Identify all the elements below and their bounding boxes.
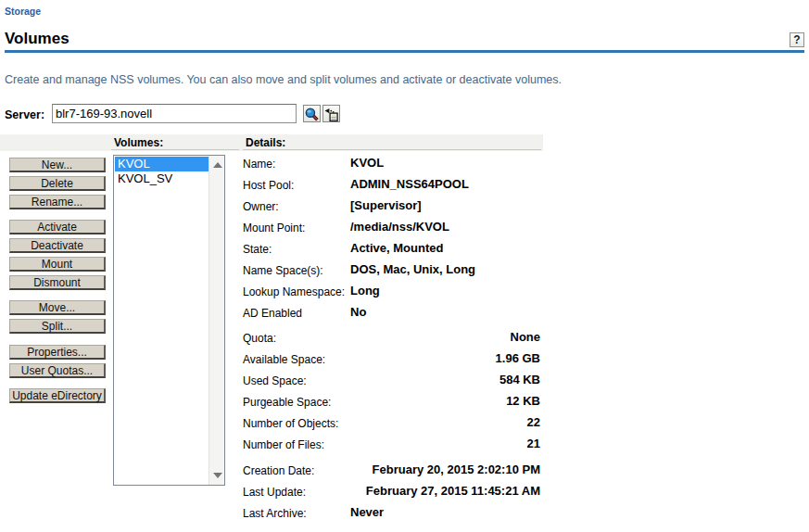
detail-row-mount-point: Mount Point: /media/nss/KVOL [243, 220, 540, 236]
detail-value: /media/nss/KVOL [350, 220, 449, 234]
detail-label: Creation Date: [243, 464, 314, 477]
detail-row-quota: Quota: None [243, 330, 540, 347]
detail-label: Host Pool: [243, 179, 294, 192]
detail-value: [Supervisor] [350, 198, 422, 212]
move-button[interactable]: Move... [9, 300, 106, 315]
magnifier-icon [305, 108, 319, 121]
detail-value: February 20, 2015 2:02:10 PM [373, 462, 540, 476]
detail-row-used-space: Used Space: 584 KB [243, 373, 540, 389]
new-button[interactable]: New... [9, 158, 106, 172]
breadcrumb-storage-link[interactable]: Storage [5, 6, 41, 17]
detail-label: Used Space: [243, 374, 307, 387]
details-header-rule [243, 149, 541, 150]
details-column-header: Details: [246, 136, 285, 149]
detail-value: 22 [527, 415, 540, 429]
mount-button[interactable]: Mount [9, 257, 106, 272]
detail-label: Name Space(s): [243, 264, 323, 277]
detail-value: February 27, 2015 11:45:21 AM [366, 484, 540, 498]
update-edirectory-button[interactable]: Update eDirectory [9, 388, 106, 403]
activate-button[interactable]: Activate [9, 220, 106, 234]
detail-value: No [350, 305, 366, 319]
detail-label: Available Space: [243, 353, 325, 366]
detail-label: Owner: [243, 200, 279, 213]
title-rule [5, 50, 804, 53]
volume-listbox: KVOL KVOL_SV [113, 155, 225, 486]
deactivate-button[interactable]: Deactivate [9, 238, 106, 253]
rename-button[interactable]: Rename... [9, 195, 106, 209]
detail-value: 1.96 GB [496, 351, 540, 365]
detail-value: 21 [527, 437, 540, 450]
detail-value: DOS, Mac, Unix, Long [350, 262, 475, 276]
detail-row-number-of-objects: Number of Objects: 22 [243, 415, 540, 432]
detail-row-creation-date: Creation Date: February 20, 2015 2:02:10… [243, 462, 540, 479]
detail-value: Never [350, 505, 384, 519]
volume-item-kvol[interactable]: KVOL [115, 157, 209, 171]
split-button[interactable]: Split... [9, 319, 106, 334]
detail-value: 12 KB [506, 394, 540, 408]
detail-value: ADMIN_NSS64POOL [350, 177, 469, 191]
detail-row-state: State: Active, Mounted [243, 241, 540, 258]
help-button[interactable]: ? [790, 32, 804, 47]
volumes-page: Storage Volumes ? Create and manage NSS … [0, 0, 809, 532]
detail-row-lookup-namespace: Lookup Namespace: Long [243, 284, 540, 300]
volumes-column-header: Volumes: [114, 136, 163, 149]
volume-item-kvol-sv[interactable]: KVOL_SV [115, 171, 209, 186]
detail-value: KVOL [350, 156, 384, 170]
detail-row-ad-enabled: AD Enabled No [243, 305, 540, 322]
detail-label: Quota: [243, 332, 276, 345]
detail-row-name-spaces: Name Space(s): DOS, Mac, Unix, Long [243, 262, 540, 279]
detail-label: Last Update: [243, 486, 306, 499]
object-history-button[interactable] [322, 105, 340, 122]
volume-list-scrollbar[interactable] [209, 156, 224, 485]
object-selector-button[interactable] [303, 105, 321, 122]
detail-label: AD Enabled [243, 307, 302, 320]
detail-label: Name: [243, 158, 275, 171]
detail-value: Active, Mounted [350, 241, 443, 255]
detail-row-last-update: Last Update: February 27, 2015 11:45:21 … [243, 484, 540, 500]
detail-row-purgeable-space: Purgeable Space: 12 KB [243, 394, 540, 411]
dismount-button[interactable]: Dismount [9, 275, 106, 290]
user-quotas-button[interactable]: User Quotas... [9, 363, 106, 378]
volume-items: KVOL KVOL_SV [115, 157, 209, 186]
scroll-up-icon[interactable] [213, 162, 222, 168]
detail-row-owner: Owner: [Supervisor] [243, 198, 540, 215]
detail-value: 584 KB [499, 373, 540, 386]
detail-label: Number of Objects: [243, 417, 338, 430]
properties-button[interactable]: Properties... [9, 345, 106, 360]
detail-label: Number of Files: [243, 438, 324, 451]
scroll-down-icon[interactable] [213, 473, 222, 478]
detail-value: None [511, 330, 541, 344]
detail-row-available-space: Available Space: 1.96 GB [243, 351, 540, 368]
detail-label: Mount Point: [243, 222, 305, 234]
detail-value: Long [350, 284, 380, 298]
detail-label: Last Archive: [243, 507, 307, 520]
detail-row-number-of-files: Number of Files: 21 [243, 437, 540, 453]
detail-label: Lookup Namespace: [243, 285, 345, 298]
server-label: Server: [5, 108, 44, 121]
server-input[interactable] [52, 104, 297, 123]
detail-label: Purgeable Space: [243, 396, 331, 409]
page-description: Create and manage NSS volumes. You can a… [5, 73, 562, 86]
volumes-header-rule [111, 149, 239, 150]
history-icon [324, 108, 338, 121]
detail-row-name: Name: KVOL [243, 156, 540, 172]
detail-label: State: [243, 243, 272, 256]
detail-row-host-pool: Host Pool: ADMIN_NSS64POOL [243, 177, 540, 194]
delete-button[interactable]: Delete [9, 176, 106, 191]
page-title: Volumes [5, 30, 70, 48]
detail-row-last-archive: Last Archive: Never [243, 505, 540, 522]
